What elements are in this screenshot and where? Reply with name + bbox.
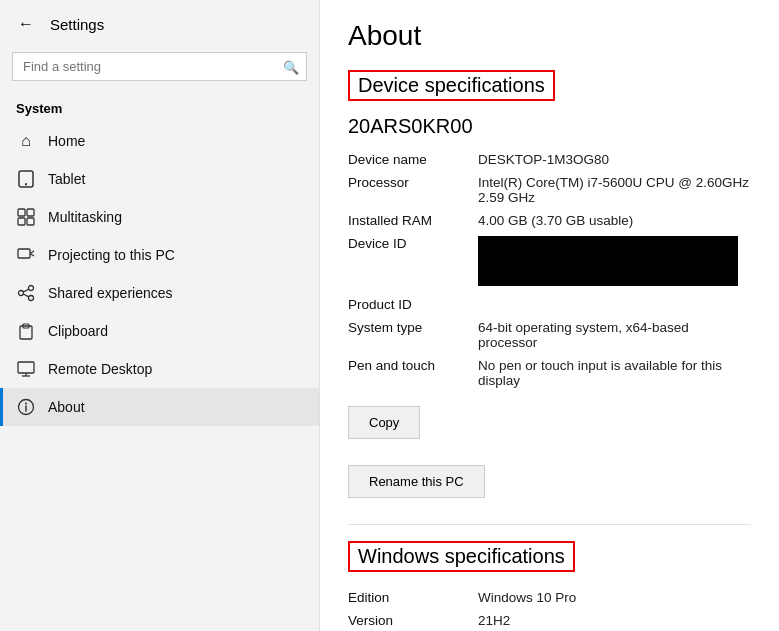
rename-pc-button[interactable]: Rename this PC xyxy=(348,465,485,498)
copy-button[interactable]: Copy xyxy=(348,406,420,439)
spec-value: 64-bit operating system, x64-based proce… xyxy=(478,316,751,354)
table-row: Device name DESKTOP-1M3OG80 xyxy=(348,148,751,171)
win-spec-label: Edition xyxy=(348,586,478,609)
table-row: Processor Intel(R) Core(TM) i7-5600U CPU… xyxy=(348,171,751,209)
svg-line-12 xyxy=(23,289,29,292)
back-icon: ← xyxy=(18,15,34,33)
multitasking-icon xyxy=(16,207,36,227)
device-specs-table: Device name DESKTOP-1M3OG80 Processor In… xyxy=(348,148,751,392)
back-button[interactable]: ← xyxy=(12,10,40,38)
page-title: About xyxy=(348,20,751,52)
sidebar-item-label: Projecting to this PC xyxy=(48,247,175,263)
sidebar-item-home[interactable]: ⌂ Home xyxy=(0,122,319,160)
win-spec-label: Version xyxy=(348,609,478,631)
sidebar-header: ← Settings xyxy=(0,0,319,48)
shared-icon xyxy=(16,283,36,303)
sidebar-item-label: Tablet xyxy=(48,171,85,187)
projecting-icon xyxy=(16,245,36,265)
spec-label: Processor xyxy=(348,171,478,209)
spec-label: Installed RAM xyxy=(348,209,478,232)
sidebar-item-label: About xyxy=(48,399,85,415)
sidebar-item-remote[interactable]: Remote Desktop xyxy=(0,350,319,388)
remote-icon xyxy=(16,359,36,379)
home-icon: ⌂ xyxy=(16,131,36,151)
win-spec-value: 21H2 xyxy=(478,609,751,631)
sidebar-item-label: Remote Desktop xyxy=(48,361,152,377)
spec-label: System type xyxy=(348,316,478,354)
search-box: 🔍 xyxy=(12,52,307,81)
spec-value-redacted xyxy=(478,232,751,293)
sidebar-item-shared[interactable]: Shared experiences xyxy=(0,274,319,312)
svg-line-13 xyxy=(23,294,29,297)
action-buttons: Copy xyxy=(348,406,751,449)
svg-rect-6 xyxy=(18,249,30,258)
svg-point-11 xyxy=(29,296,34,301)
sidebar-title: Settings xyxy=(50,16,104,33)
svg-point-9 xyxy=(29,286,34,291)
table-row: Product ID xyxy=(348,293,751,316)
sidebar-item-label: Home xyxy=(48,133,85,149)
sidebar-item-clipboard[interactable]: Clipboard xyxy=(0,312,319,350)
main-content: About Device specifications 20ARS0KR00 D… xyxy=(320,0,779,631)
sidebar-item-label: Shared experiences xyxy=(48,285,173,301)
table-row: Installed RAM 4.00 GB (3.70 GB usable) xyxy=(348,209,751,232)
svg-rect-4 xyxy=(18,218,25,225)
svg-rect-5 xyxy=(27,218,34,225)
sidebar-item-label: Multitasking xyxy=(48,209,122,225)
sidebar-item-label: Clipboard xyxy=(48,323,108,339)
sidebar-section-label: System xyxy=(0,93,319,122)
spec-label: Product ID xyxy=(348,293,478,316)
search-input[interactable] xyxy=(12,52,307,81)
table-row: Version 21H2 xyxy=(348,609,751,631)
svg-rect-2 xyxy=(18,209,25,216)
spec-value: Intel(R) Core(TM) i7-5600U CPU @ 2.60GHz… xyxy=(478,171,751,209)
tablet-icon xyxy=(16,169,36,189)
spec-value: DESKTOP-1M3OG80 xyxy=(478,148,751,171)
table-row: Device ID xyxy=(348,232,751,293)
svg-point-21 xyxy=(25,403,27,405)
sidebar-item-tablet[interactable]: Tablet xyxy=(0,160,319,198)
spec-label: Device name xyxy=(348,148,478,171)
svg-rect-3 xyxy=(27,209,34,216)
windows-specs-table: Edition Windows 10 Pro Version 21H2 Inst… xyxy=(348,586,751,631)
section-divider xyxy=(348,524,751,525)
sidebar-item-about[interactable]: About xyxy=(0,388,319,426)
table-row: Edition Windows 10 Pro xyxy=(348,586,751,609)
table-row: System type 64-bit operating system, x64… xyxy=(348,316,751,354)
sidebar-item-projecting[interactable]: Projecting to this PC xyxy=(0,236,319,274)
sidebar: ← Settings 🔍 System ⌂ Home Tablet Multit… xyxy=(0,0,320,631)
spec-value xyxy=(478,293,751,316)
windows-specs-heading: Windows specifications xyxy=(348,541,575,572)
rename-button-row: Rename this PC xyxy=(348,465,751,508)
device-name-large: 20ARS0KR00 xyxy=(348,115,751,138)
svg-rect-16 xyxy=(18,362,34,373)
spec-label: Device ID xyxy=(348,232,478,293)
spec-label: Pen and touch xyxy=(348,354,478,392)
about-icon xyxy=(16,397,36,417)
spec-value: 4.00 GB (3.70 GB usable) xyxy=(478,209,751,232)
svg-point-10 xyxy=(19,291,24,296)
sidebar-item-multitasking[interactable]: Multitasking xyxy=(0,198,319,236)
clipboard-icon xyxy=(16,321,36,341)
table-row: Pen and touch No pen or touch input is a… xyxy=(348,354,751,392)
spec-value: No pen or touch input is available for t… xyxy=(478,354,751,392)
redacted-device-id xyxy=(478,236,738,286)
search-icon: 🔍 xyxy=(283,59,299,74)
win-spec-value: Windows 10 Pro xyxy=(478,586,751,609)
device-specs-heading: Device specifications xyxy=(348,70,555,101)
